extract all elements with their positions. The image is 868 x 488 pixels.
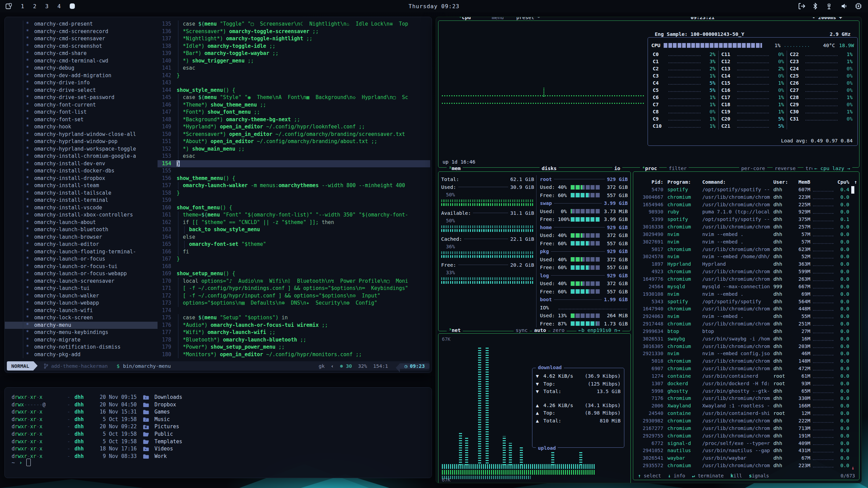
code-line[interactable]: 145 case $(menu "Style" "◉ Theme\nA Font… [158, 94, 430, 101]
process-row[interactable]: 5017chromium/usr/lib/chromium/chromdhh62… [635, 246, 858, 253]
code-line[interactable]: 165 omarchy-font-set "$theme" [158, 241, 430, 248]
file-list-item[interactable]: *omarchy-notification-dismiss [5, 344, 158, 351]
file-list-item[interactable]: *omarchy-launch-wifi [5, 307, 158, 315]
file-list-item[interactable]: *omarchy-font-list [5, 109, 158, 116]
file-list-item[interactable]: *omarchy-cmd-screensaver [5, 35, 158, 43]
process-row[interactable]: 1897HyprlandHyprlanddhh363M0.0 [635, 261, 858, 268]
code-line[interactable]: 163 back_to show_style_menu [158, 226, 430, 234]
file-list-item[interactable]: *omarchy-cmd-screenshot [5, 43, 158, 50]
code-line[interactable]: 171 [ -f ~/.config/hypr/bindings.conf ] … [158, 285, 430, 292]
file-list-item[interactable]: *omarchy-launch-screensaver [5, 278, 158, 285]
code-line[interactable]: 140 *) show_trigger_menu ;; [158, 57, 430, 65]
file-list-item[interactable]: *omarchy-launch-walker [5, 292, 158, 300]
process-row[interactable]: 1654946chromium/usr/lib/chromium/chromdh… [635, 201, 858, 209]
file-list-item[interactable]: *omarchy-install-steam [5, 182, 158, 190]
directory-row[interactable]: drwxr-xr-x-dhh 5 Oct 19:58Templates [12, 438, 428, 446]
header-cpu[interactable]: Cpu% [836, 179, 849, 186]
directory-row[interactable]: drwxr-xr-x-dhh18 Nov 17:16▸Videos [12, 445, 428, 453]
process-row[interactable]: 2999634btopbtopdhh27M0.0 [635, 328, 858, 335]
process-row[interactable]: 3004667chromium/usr/lib/chromium/chromdh… [635, 194, 858, 201]
code-line[interactable]: 172 [ -f ~/.config/hypr/input.conf ] && … [158, 292, 430, 300]
process-row[interactable]: 4923chromium/usr/lib/chromium/chromdhh59… [635, 268, 858, 276]
btop-preset-button[interactable]: preset * [514, 17, 542, 20]
code-line[interactable]: 152 *) show_main_menu ;; [158, 145, 430, 153]
process-row[interactable]: 24540containe/usr/bin/containerd-shiroot… [635, 410, 858, 417]
code-line[interactable]: 179 *Power*) show_setup_power_menu ;; [158, 344, 430, 351]
directory-row[interactable]: drwxr-xr-x-dhh 9 Nov 08:33Work [12, 453, 428, 460]
file-list-item[interactable]: *omarchy-cmd-screenrecord [5, 28, 158, 36]
shell-prompt[interactable]: ~ › [12, 459, 31, 466]
code-line[interactable]: 137 *Nightlight*) omarchy-toggle-nightli… [158, 35, 430, 43]
process-row[interactable]: 98930rubypuma 7.1.0 (tcp://localdhh929M0… [635, 208, 858, 216]
file-list-item[interactable]: *omarchy-hyprland-workspace-toggle [5, 145, 158, 153]
code-line[interactable]: 173 options="$options\n▤ Defaults\n⊕ DNS… [158, 299, 430, 307]
file-list-item[interactable]: *omarchy-install-dropbox [5, 175, 158, 182]
process-row[interactable]: 3026541waybar/usr/bin/waybardhh67M0.0 [635, 455, 858, 462]
process-row[interactable]: 5470spotify/opt/spotify/spotify --dhh607… [635, 186, 858, 194]
file-list-item[interactable]: *omarchy-install-tailscale [5, 190, 158, 197]
code-line[interactable]: 168 [158, 263, 430, 270]
process-row[interactable]: 1930108nvimnvim --embed .dhh69M0.0 [635, 291, 858, 298]
code-line[interactable]: 170 local options="♪ Audio\n≋ Wifi\nᛒ Bl… [158, 278, 430, 285]
file-list-item[interactable]: *omarchy-hyprland-window-pop [5, 138, 158, 145]
file-list-item[interactable]: *omarchy-hook [5, 123, 158, 131]
code-line[interactable]: 154} [158, 160, 430, 168]
process-row[interactable]: 3024578nvimnvim --embed /home/dhh/dhh52M… [635, 253, 858, 261]
code-line[interactable]: 178 *Bluetooth*) omarchy-launch-bluetoot… [158, 336, 430, 344]
code-line[interactable]: 156show_theme_menu() { [158, 175, 430, 182]
code-line[interactable]: 144show_style_menu() { [158, 87, 430, 94]
file-list-item[interactable]: *omarchy-font-current [5, 101, 158, 109]
code-line[interactable]: 166 fi [158, 248, 430, 256]
file-explorer-pane[interactable]: *omarchy-cmd-present*omarchy-cmd-screenr… [5, 20, 158, 358]
directory-row[interactable]: drwxr-xr-x-dhh 5 Oct 19:58♪Music [12, 416, 428, 423]
code-line[interactable]: 151 *About*) open_in_editor ~/.config/om… [158, 138, 430, 145]
code-line[interactable]: 164 else [158, 234, 430, 241]
process-row[interactable]: 3029490nvimnvim --embed .dhh57M0.0 [635, 231, 858, 238]
file-list-item[interactable]: *omarchy-launch-browser [5, 234, 158, 241]
code-line[interactable]: 167} [158, 255, 430, 263]
process-row[interactable]: 1274containe/usr/bin/containerdroot61M0.… [635, 373, 858, 380]
code-editor-pane[interactable]: 135 case $(menu "Toggle" "▢ Screensaver\… [158, 20, 430, 358]
file-list-item[interactable]: *omarchy-install-dev-env [5, 160, 158, 168]
code-line[interactable]: 142} [158, 72, 430, 80]
code-line[interactable]: 155 [158, 167, 430, 175]
process-row[interactable]: 24564mysqldmysqld --max-connection999667… [635, 283, 858, 291]
code-line[interactable]: 148 *Background*) omarchy-theme-bg-next … [158, 116, 430, 124]
process-row[interactable]: 5343spotify/opt/spotify/spotifydhh564M0.… [635, 298, 858, 306]
code-line[interactable]: 175 case $(menu "Setup" "$options") in [158, 314, 430, 322]
code-line[interactable]: 149 *Hyprland*) open_in_editor ~/.config… [158, 123, 430, 131]
file-list-item[interactable]: *omarchy-hyprland-window-close-all [5, 131, 158, 138]
file-list-item[interactable]: *omarchy-launch-webapp [5, 299, 158, 307]
code-line[interactable]: 150 *Screensaver*) open_in_editor ~/.con… [158, 131, 430, 138]
code-line[interactable]: 143 [158, 79, 430, 87]
proc-footer-action[interactable]: signals [749, 473, 769, 478]
process-row[interactable]: 1649776chromium/usr/lib/chromium/chromdh… [635, 276, 858, 283]
proc-footer-action[interactable]: ↑ select [638, 473, 661, 478]
process-row[interactable]: 5399spotify/opt/spotify/spotify --dhh375… [635, 216, 858, 223]
directory-row[interactable]: drwxr-xr-x-dhh 5 Oct 19:58Public [12, 431, 428, 438]
file-list-item[interactable]: *omarchy-launch-or-focus-webapp [5, 270, 158, 278]
process-list[interactable]: Pid:Program:Command:User:MemBCpu% ↑5470s… [635, 174, 858, 470]
process-row[interactable]: 2924063nvimnvim --embed .dhh55M0.0 [635, 313, 858, 320]
header-memory[interactable]: MemB [792, 179, 810, 186]
code-line[interactable]: 153 esac [158, 153, 430, 160]
process-row[interactable]: 2921330nvimnvim --embed config.jsodhh46M… [635, 350, 858, 358]
process-row[interactable]: 5018chromium/usr/lib/chromium/chromdhh14… [635, 358, 858, 365]
file-list-item[interactable]: *omarchy-install-docker-dbs [5, 167, 158, 175]
directory-row[interactable]: drwx------@-dhh20 Nov 04:50Dropbox [12, 401, 428, 409]
proc-footer-action[interactable]: kill [731, 473, 742, 478]
update-interval-control[interactable]: - 2000ms + [810, 17, 844, 20]
process-row[interactable]: 2941052nautilus/usr/bin/nautilus --gapdh… [635, 447, 858, 455]
proc-footer-action[interactable]: ↵ terminate [692, 473, 724, 478]
file-list-item[interactable]: *omarchy-cmd-present [5, 20, 158, 28]
file-list-item[interactable]: *omarchy-install-terminal [5, 197, 158, 204]
process-row[interactable]: 1307dockerd/usr/bin/dockerd -H fd:root93… [635, 380, 858, 388]
directory-row[interactable]: drwxr-xr-x-dhh16 Nov 15:31Games [12, 408, 428, 416]
header-pid[interactable]: Pid: [635, 179, 663, 186]
code-line[interactable]: 136 *Screensaver*) omarchy-toggle-screen… [158, 28, 430, 36]
process-row[interactable]: 7176chromium/usr/lib/chromium/chromdhh33… [635, 395, 858, 402]
code-line[interactable]: 157 omarchy-launch-walker -m menus:omarc… [158, 182, 430, 190]
file-list-item[interactable]: *omarchy-lock-screen [5, 314, 158, 322]
process-row[interactable]: 6772signal-d/proc/self/exe --type=rdhh40… [635, 440, 858, 447]
file-list-item[interactable]: *omarchy-drive-info [5, 79, 158, 87]
